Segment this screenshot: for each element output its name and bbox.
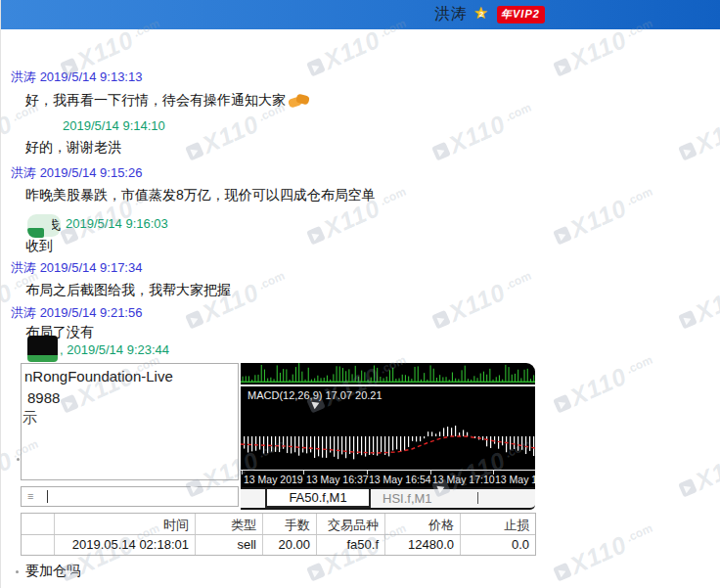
list-bullet	[17, 458, 20, 461]
watermark-logo-icon	[185, 142, 204, 161]
cell-lots: 20.00	[262, 537, 310, 552]
status-glyph: ≡	[27, 490, 33, 502]
tab-fa50: FA50.f,M1	[265, 489, 371, 508]
account-server: nRongFoundation-Live	[24, 368, 173, 384]
watermark-logo-icon	[553, 58, 572, 77]
col-time: 时间	[54, 517, 189, 534]
page-title: 洪涛	[434, 4, 468, 24]
redacted-avatar	[27, 336, 58, 355]
cell-type: sell	[195, 537, 256, 552]
message-text: 好的，谢谢老洪	[25, 139, 121, 157]
col-symbol: 交易品种	[316, 517, 379, 534]
message-text: 要加仓吗	[25, 563, 80, 580]
axis-tick	[242, 471, 243, 475]
message-text: 昨晚美股暴跌，市值蒸发8万亿，现价可以四成仓布局空单	[25, 187, 376, 204]
text-caret	[47, 490, 48, 503]
message-author-time: 洪涛 2019/5/14 9:15:26	[11, 164, 142, 182]
vip-badge: 年VIP2	[497, 6, 545, 23]
watermark: X110.com	[676, 267, 720, 333]
watermark-logo-icon	[431, 310, 451, 330]
cell-time: 2019.05.14 02:18:01	[54, 537, 189, 552]
message-text: 收到	[25, 238, 53, 255]
message-author-time: 洪涛 2019/5/14 9:13:13	[11, 68, 142, 86]
watermark: X110.com	[183, 267, 291, 333]
col-type: 类型	[195, 517, 256, 534]
axis-label: 13 May 17:2	[495, 474, 535, 485]
watermark-logo-icon	[553, 563, 572, 582]
watermark: X110.com	[676, 435, 720, 501]
title-group: 洪涛 ★2 年VIP2	[434, 4, 545, 24]
watermark-logo-icon	[553, 226, 572, 246]
axis-label: 13 May 2019	[244, 474, 303, 485]
message-text: 布局之后截图给我，我帮大家把握	[25, 282, 231, 299]
orders-table: 时间 类型 手数 交易品种 价格 止损 2019.05.14 02:18:01 …	[21, 513, 536, 556]
volume-bars-chart	[241, 363, 535, 383]
author-fragment: 戋	[52, 216, 63, 234]
watermark-logo-icon	[678, 142, 698, 161]
message-time: 2019/5/14 9:14:10	[63, 118, 165, 133]
macd-panel: MACD(12,26,9) 17.07 20.21	[241, 386, 535, 471]
table-row: 2019.05.14 02:18:01 sell 20.00 fa50.f 12…	[22, 534, 535, 555]
watermark-logo-icon	[306, 58, 326, 77]
watermark-logo-icon	[678, 478, 698, 498]
watermark: X110.com	[429, 99, 537, 164]
axis-label: 13 May 16:54	[369, 474, 431, 485]
macd-indicator-label: MACD(12,26,9) 17.07 20.21	[248, 389, 382, 401]
message-author-time: 洪涛 2019/5/14 9:17:34	[11, 259, 142, 277]
watermark-logo-icon	[431, 142, 451, 161]
chart-block: MACD(12,26,9) 17.07 20.21 13 May 2019 13…	[241, 363, 535, 510]
tab-separator	[477, 492, 478, 504]
message-text: 好，我再看一下行情，待会有操作通知大家	[25, 92, 310, 110]
col-lots: 手数	[262, 517, 310, 534]
chart-tab-bar: FA50.f,M1 HSI.f,M1	[241, 487, 535, 510]
watermark: X110.com	[551, 520, 658, 585]
message-author-time: 洪涛 2019/5/14 9:21:56	[11, 304, 142, 322]
watermark: X110.com	[429, 267, 537, 333]
cell-stoploss: 0.0	[460, 537, 529, 552]
account-number: 8988	[27, 389, 60, 406]
trade-screenshot-image[interactable]: nRongFoundation-Live 8988 示 ≡ MACD(12,26…	[21, 363, 536, 510]
watermark-logo-icon	[678, 310, 698, 330]
axis-label: 13 May 16:37	[306, 474, 369, 485]
watermark-logo-icon	[306, 563, 326, 582]
axis-label: 13 May 17:10	[432, 474, 495, 485]
volume-strip	[241, 363, 535, 386]
cell-price: 12480.0	[384, 537, 454, 552]
titlebar: 洪涛 ★2 年VIP2	[1, 0, 720, 29]
terminal-status-bar: ≡	[21, 486, 239, 507]
redacted-avatar-wedge	[27, 228, 44, 238]
col-stoploss: 止损	[460, 517, 529, 534]
watermark-logo-icon	[553, 394, 572, 414]
account-panel: nRongFoundation-Live 8988 示	[21, 363, 239, 480]
table-header-row: 时间 类型 手数 交易品种 价格 止损	[22, 514, 535, 535]
tab-hsi: HSI.f,M1	[382, 491, 432, 506]
x-axis: 13 May 2019 13 May 16:37 13 May 16:54 13…	[241, 471, 535, 487]
cell-symbol: fa50.f	[316, 537, 379, 552]
watermark-logo-icon	[185, 310, 204, 330]
chat-window: 洪涛 ★2 年VIP2 洪涛 2019/5/14 9:13:13 好，我再看一下…	[0, 0, 720, 588]
message-time: 2019/5/14 9:16:03	[66, 216, 168, 231]
watermark: X110.com	[676, 99, 720, 164]
watermark: X110.com	[551, 351, 658, 417]
vip-star-icon: ★2	[473, 6, 491, 23]
message-time: , 2019/5/14 9:23:44	[60, 342, 169, 357]
handshake-icon	[289, 94, 310, 109]
redacted-avatar-strip	[27, 355, 58, 362]
watermark: X110.com	[551, 183, 658, 249]
axis-tick	[303, 471, 304, 475]
account-label-fragment: 示	[22, 409, 37, 428]
col-price: 价格	[384, 517, 454, 534]
watermark-logo-icon	[306, 226, 326, 246]
list-bullet	[16, 570, 19, 573]
